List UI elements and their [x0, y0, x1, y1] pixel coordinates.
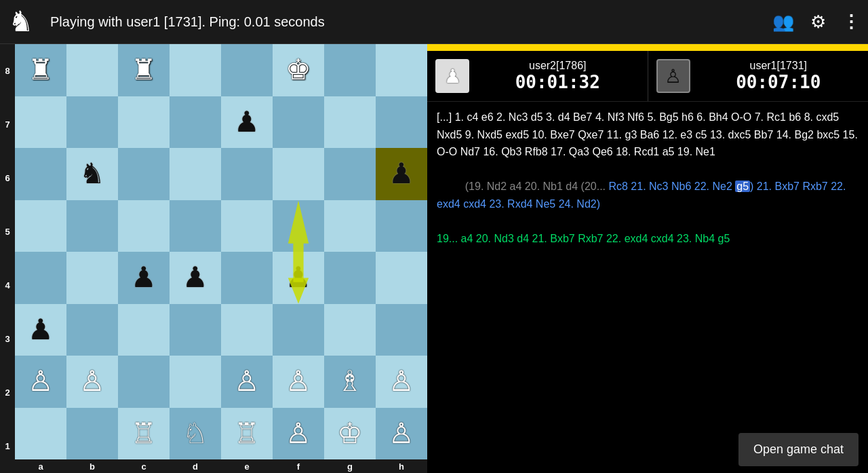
chessboard[interactable]: ♜ ♜ ♚ ♟ ♞ ♟	[15, 44, 427, 459]
square-e1[interactable]: ♖	[221, 408, 273, 460]
file-e: e	[221, 459, 273, 473]
timer-row: ♟ user2[1786] 00:01:32 ♙ user1[1731] 00:…	[427, 51, 868, 102]
square-a3[interactable]: ♟	[15, 304, 66, 356]
square-h5[interactable]	[376, 200, 427, 252]
square-c6[interactable]	[118, 148, 170, 200]
piece-black-pawn-f4: ♟	[285, 263, 311, 292]
square-h8[interactable]	[376, 44, 427, 96]
player-left-block: ♟ user2[1786] 00:01:32	[427, 51, 648, 101]
square-d6[interactable]	[170, 148, 221, 200]
square-a7[interactable]	[15, 96, 66, 149]
square-f4[interactable]: ♟	[273, 252, 324, 304]
piece-black-pawn-a3: ♟	[28, 316, 54, 344]
square-e3[interactable]	[221, 304, 273, 356]
square-f3[interactable]	[273, 304, 324, 356]
square-b2[interactable]: ♙	[66, 356, 118, 408]
square-c3[interactable]	[118, 304, 170, 356]
progress-bars	[427, 44, 868, 51]
piece-white-pawn-e2: ♙	[234, 367, 260, 396]
square-g3[interactable]	[324, 304, 376, 356]
rank-2: 2	[0, 366, 15, 419]
square-d4[interactable]: ♟	[170, 252, 221, 304]
square-c7[interactable]	[118, 96, 170, 149]
square-g1[interactable]: ♔	[324, 408, 376, 460]
square-h4[interactable]	[376, 252, 427, 304]
continuation-text: 19... a4 20. Nd3 d4 21. Bxb7 Rxb7 22. ex…	[437, 233, 730, 244]
people-icon[interactable]: 👥	[772, 12, 794, 33]
square-c4[interactable]: ♟	[118, 252, 170, 304]
more-menu-icon[interactable]: ⋮	[842, 12, 860, 33]
square-f8[interactable]: ♚	[273, 44, 324, 96]
file-a: a	[15, 459, 66, 473]
square-b6[interactable]: ♞	[66, 148, 118, 200]
square-b5[interactable]	[66, 200, 118, 252]
square-b8[interactable]	[66, 44, 118, 96]
player-right-name: user1[1731]	[749, 60, 807, 72]
square-c5[interactable]	[118, 200, 170, 252]
square-f7[interactable]	[273, 96, 324, 149]
square-g2[interactable]: ♗	[324, 356, 376, 408]
square-d1[interactable]: ♘	[170, 408, 221, 460]
square-b7[interactable]	[66, 96, 118, 149]
square-b4[interactable]	[66, 252, 118, 304]
square-a1[interactable]	[15, 408, 66, 460]
square-d3[interactable]	[170, 304, 221, 356]
square-g4[interactable]	[324, 252, 376, 304]
square-d5[interactable]	[170, 200, 221, 252]
square-d2[interactable]	[170, 356, 221, 408]
square-e6[interactable]	[221, 148, 273, 200]
square-g8[interactable]	[324, 44, 376, 96]
square-f6[interactable]	[273, 148, 324, 200]
square-a2[interactable]: ♙	[15, 356, 66, 408]
piece-white-pawn-b2: ♙	[79, 367, 105, 396]
square-e4[interactable]	[221, 252, 273, 304]
settings-icon[interactable]: ⚙	[810, 12, 826, 33]
square-h7[interactable]	[376, 96, 427, 149]
rank-5: 5	[0, 205, 15, 259]
player-left-name: user2[1786]	[529, 60, 587, 72]
square-g7[interactable]	[324, 96, 376, 149]
piece-white-king-g1: ♔	[337, 419, 363, 448]
square-d8[interactable]	[170, 44, 221, 96]
square-h6[interactable]: ♟	[376, 148, 427, 200]
variation-blue1: Rc8 21. Nc3 Nb6 22. Ne2	[608, 181, 735, 192]
piece-black-pawn-d4: ♟	[182, 263, 208, 292]
piece-white-pawn-a2: ♙	[28, 367, 54, 396]
square-e2[interactable]: ♙	[221, 356, 273, 408]
square-b1[interactable]	[66, 408, 118, 460]
board-section: 8 7 6 5 4 3 2 1 ♜ ♜ ♚ ♟	[0, 44, 427, 473]
piece-black-pawn-h6: ♟	[389, 159, 414, 188]
square-b3[interactable]	[66, 304, 118, 356]
square-d7[interactable]	[170, 96, 221, 149]
player-right-info: user1[1731] 00:07:10	[697, 60, 861, 92]
square-a4[interactable]	[15, 252, 66, 304]
square-c8[interactable]: ♜	[118, 44, 170, 96]
piece-white-rook-c8: ♜	[131, 56, 157, 84]
open-game-chat-button[interactable]: Open game chat	[738, 433, 859, 466]
square-f5[interactable]	[273, 200, 324, 252]
square-e8[interactable]	[221, 44, 273, 96]
file-b: b	[66, 459, 118, 473]
square-e5[interactable]	[221, 200, 273, 252]
square-h2[interactable]: ♙	[376, 356, 427, 408]
file-labels: a b c d e f g h	[15, 459, 427, 473]
move-list[interactable]: [...] 1. c4 e6 2. Nc3 d5 3. d4 Be7 4. Nf…	[427, 102, 868, 426]
square-f1[interactable]: ♙	[273, 408, 324, 460]
piece-white-pawn-h1: ♙	[389, 419, 414, 448]
avatar-user2: ♟	[435, 59, 469, 93]
square-a6[interactable]	[15, 148, 66, 200]
square-f2[interactable]: ♙	[273, 356, 324, 408]
move-main-text: [...] 1. c4 e6 2. Nc3 d5 3. d4 Be7 4. Nf…	[437, 111, 858, 157]
top-icon-group: 👥 ⚙ ⋮	[772, 12, 860, 33]
square-c2[interactable]	[118, 356, 170, 408]
square-h3[interactable]	[376, 304, 427, 356]
square-e7[interactable]: ♟	[221, 96, 273, 149]
player-left-info: user2[1786] 00:01:32	[476, 60, 639, 92]
square-h1[interactable]: ♙	[376, 408, 427, 460]
square-a8[interactable]: ♜	[15, 44, 66, 96]
square-g5[interactable]	[324, 200, 376, 252]
square-c1[interactable]: ♖	[118, 408, 170, 460]
square-g6[interactable]	[324, 148, 376, 200]
square-a5[interactable]	[15, 200, 66, 252]
file-g: g	[324, 459, 376, 473]
